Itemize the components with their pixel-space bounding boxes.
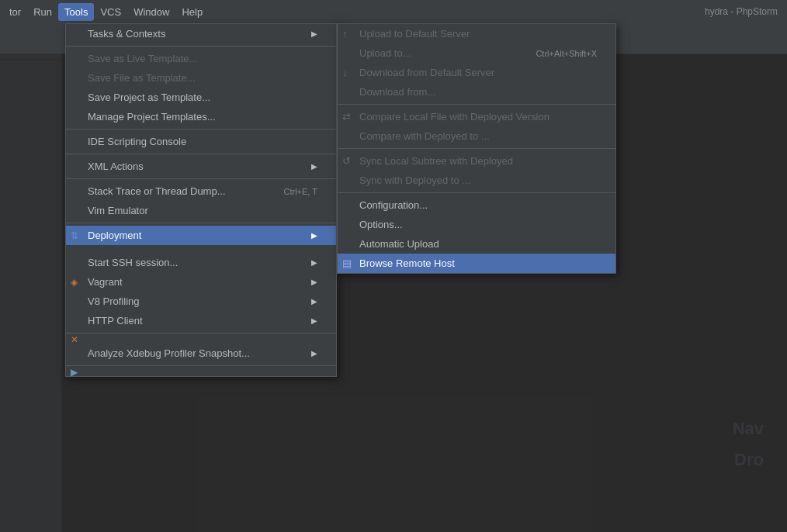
- menu-sep-2: [66, 129, 336, 130]
- menu-item-tasks[interactable]: Tasks & Contexts ▶: [66, 24, 336, 43]
- arrow-icon-xml: ▶: [296, 162, 317, 171]
- menu-item-upload-to: Upload to... Ctrl+Alt+Shift+X: [338, 43, 615, 63]
- arrow-icon-deployment: ▶: [296, 231, 317, 240]
- menu-item-upload-default: ↑ Upload to Default Server: [338, 24, 615, 43]
- menu-item-ide-scripting[interactable]: IDE Scripting Console: [66, 132, 336, 151]
- v8-icon: ◈: [71, 277, 78, 288]
- menu-item-compare-local: ⇄ Compare Local File with Deployed Versi…: [338, 107, 615, 126]
- menubar: tor Run Tools VCS Window Help hydra - Ph…: [0, 0, 787, 23]
- menu-item-browse-remote[interactable]: ▤ Browse Remote Host: [338, 254, 615, 273]
- menu-item-sync-deployed: Sync with Deployed to ...: [338, 171, 615, 190]
- tools-dropdown: Tasks & Contexts ▶ Save as Live Template…: [65, 23, 337, 377]
- sync-icon: ↺: [342, 155, 351, 167]
- menu-sep-7: [66, 365, 336, 366]
- menu-sep-3: [66, 154, 336, 154]
- arrow-icon-v8: ▶: [296, 278, 317, 286]
- menu-item-save-live: Save as Live Template...: [66, 49, 336, 68]
- dep-sep-2: [338, 148, 615, 149]
- menu-item-download-from: Download from...: [338, 82, 615, 102]
- browse-remote-icon: ▤: [342, 257, 352, 269]
- menu-item-xdebug[interactable]: ✕: [66, 336, 336, 344]
- app-title: hydra - PhpStorm: [705, 6, 784, 17]
- menu-item-stack-trace[interactable]: Stack Trace or Thread Dump... Ctrl+E, T: [66, 181, 336, 201]
- arrow-icon-vagrant: ▶: [296, 258, 317, 267]
- deployment-dropdown: ↑ Upload to Default Server Upload to... …: [337, 23, 616, 274]
- menu-sep-4: [66, 178, 336, 179]
- menubar-item-window[interactable]: Window: [127, 3, 175, 21]
- deployment-icon: ⇅: [71, 230, 78, 241]
- menu-item-manage-templates[interactable]: Manage Project Templates...: [66, 107, 336, 126]
- menu-item-compare-deployed: Compare with Deployed to ...: [338, 126, 615, 146]
- menubar-item-vcs[interactable]: VCS: [94, 3, 127, 21]
- menu-item-http[interactable]: V8 Profiling ▶: [66, 292, 336, 311]
- run-icon: ▶: [71, 367, 78, 378]
- menu-item-auto-upload[interactable]: Automatic Upload: [338, 234, 615, 254]
- menu-item-vim[interactable]: Vim Emulator: [66, 201, 336, 220]
- download-default-icon: ↓: [342, 67, 348, 78]
- arrow-icon-composer: ▶: [296, 349, 317, 358]
- dep-sep-1: [338, 104, 615, 105]
- dep-sep-3: [338, 192, 615, 193]
- menu-item-download-default: ↓ Download from Default Server: [338, 63, 615, 82]
- menu-item-sync-local: ↺ Sync Local Subtree with Deployed: [338, 151, 615, 171]
- menu-item-v8[interactable]: ◈ Vagrant ▶: [66, 272, 336, 292]
- menu-sep-5: [66, 223, 336, 223]
- menu-item-run-cmd[interactable]: ▶: [66, 368, 336, 376]
- compare-icon: ⇄: [342, 111, 351, 123]
- menubar-item-tools[interactable]: Tools: [58, 3, 94, 21]
- menubar-item-help[interactable]: Help: [175, 3, 209, 21]
- menu-item-deployment[interactable]: ⇅ Deployment ▶: [66, 226, 336, 245]
- menu-item-ssh[interactable]: [66, 245, 336, 253]
- shortcut-stack: Ctrl+E, T: [268, 187, 317, 196]
- menu-item-save-project[interactable]: Save Project as Template...: [66, 88, 336, 107]
- menu-item-options[interactable]: Options...: [338, 215, 615, 234]
- menu-item-dbgp[interactable]: HTTP Client ▶: [66, 311, 336, 330]
- shortcut-upload-to: Ctrl+Alt+Shift+X: [520, 49, 597, 58]
- menu-sep-6: [66, 333, 336, 333]
- menu-sep: [66, 46, 336, 47]
- arrow-icon: ▶: [296, 29, 317, 38]
- menu-item-xml-actions[interactable]: XML Actions ▶: [66, 157, 336, 176]
- arrow-icon-http: ▶: [296, 297, 317, 306]
- menu-item-configuration[interactable]: Configuration...: [338, 195, 615, 215]
- upload-default-icon: ↑: [342, 28, 348, 40]
- menu-item-save-file: Save File as Template...: [66, 68, 336, 88]
- menu-item-composer[interactable]: Analyze Xdebug Profiler Snapshot... ▶: [66, 344, 336, 363]
- menubar-item-tor[interactable]: tor: [3, 3, 27, 21]
- arrow-icon-dbgp: ▶: [296, 316, 317, 325]
- menu-item-vagrant[interactable]: Start SSH session... ▶: [66, 253, 336, 272]
- menubar-item-run[interactable]: Run: [27, 3, 58, 21]
